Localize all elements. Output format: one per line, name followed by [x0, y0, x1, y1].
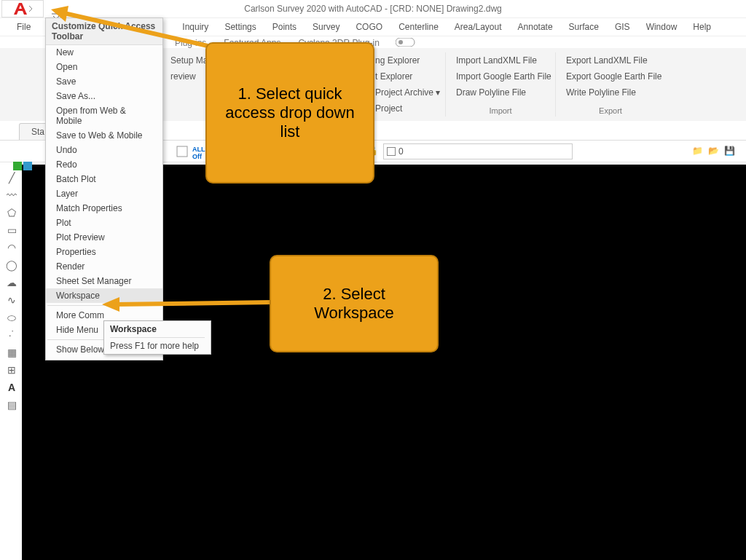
layer-alloff-icon[interactable]: ALLOff: [192, 146, 207, 157]
import-item-0[interactable]: Import LandXML File: [453, 52, 548, 68]
import-panel-label: Import: [446, 106, 555, 115]
qat-item-plot[interactable]: Plot: [46, 216, 162, 230]
spline-tool-icon[interactable]: ∿: [6, 294, 17, 306]
arc-tool-icon[interactable]: ◠: [6, 242, 17, 253]
svg-line-9: [115, 302, 273, 304]
import-item-1[interactable]: Import Google Earth File: [453, 68, 548, 84]
qat-item-properties[interactable]: Properties: [46, 245, 162, 259]
menu-settings[interactable]: Settings: [216, 18, 264, 36]
qat-item-sheetset[interactable]: Sheet Set Manager: [46, 274, 162, 288]
qat-item-save[interactable]: Save: [46, 74, 162, 89]
menu-cogo[interactable]: COGO: [348, 18, 390, 36]
circle-tool-icon[interactable]: ◯: [6, 259, 17, 271]
explorer-item-0[interactable]: ng Explorer: [372, 52, 438, 68]
qat-item-redo[interactable]: Redo: [46, 157, 162, 172]
explorer-item-3[interactable]: Project: [372, 100, 438, 117]
rect-tool-icon[interactable]: ▭: [6, 224, 17, 236]
explorer-item-2[interactable]: Project Archive ▾: [372, 84, 438, 100]
export-item-2[interactable]: Write Polyline File: [563, 84, 658, 100]
application-menu-button[interactable]: [1, 0, 44, 17]
ribbon-panel-explorer: ng Explorer t Explorer Project Archive ▾…: [365, 52, 446, 117]
workspace-tooltip: Workspace Press F1 for more help: [103, 320, 211, 355]
qat-item-saveweb[interactable]: Save to Web & Mobile: [46, 128, 162, 143]
menu-points[interactable]: Points: [264, 18, 305, 36]
qat-item-batchplot[interactable]: Batch Plot: [46, 172, 162, 186]
qat-item-open[interactable]: Open: [46, 60, 162, 74]
qat-item-layer[interactable]: Layer: [46, 186, 162, 201]
callout-1: 1. Select quick access drop down list: [205, 42, 374, 184]
callout-1-text: 1. Select quick access drop down list: [217, 84, 363, 141]
export-item-0[interactable]: Export LandXML File: [563, 52, 658, 68]
svg-line-7: [64, 13, 208, 46]
setup-item-a[interactable]: Setup Ma: [168, 52, 211, 68]
layer-combo[interactable]: 0: [383, 143, 573, 159]
ribbon-panel-import: Import LandXML File Import Google Earth …: [446, 52, 556, 117]
callout-2: 2. Select Workspace: [270, 255, 439, 352]
menu-help[interactable]: Help: [685, 18, 719, 36]
qat-item-matchprops[interactable]: Match Properties: [46, 201, 162, 216]
tooltip-title: Workspace: [110, 324, 205, 337]
svg-marker-8: [51, 6, 68, 22]
palette-icons: [13, 162, 32, 170]
open-folder-icon[interactable]: 📂: [708, 146, 720, 157]
folder-icon[interactable]: 📁: [692, 146, 704, 157]
menu-survey[interactable]: Survey: [305, 18, 348, 36]
qat-item-undo[interactable]: Undo: [46, 143, 162, 157]
hatch-tool-icon[interactable]: ▦: [6, 347, 17, 358]
ribbon-play-icon[interactable]: [390, 36, 423, 50]
polygon-tool-icon[interactable]: ⬠: [6, 207, 17, 218]
save-disk-icon[interactable]: 💾: [724, 146, 736, 157]
ribbon-panel-export: Export LandXML File Export Google Earth …: [556, 52, 665, 117]
menu-annotate[interactable]: Annotate: [510, 18, 561, 36]
import-item-2[interactable]: Draw Polyline File: [453, 84, 548, 100]
arrow-1-icon: [51, 6, 211, 50]
export-item-1[interactable]: Export Google Earth File: [563, 68, 658, 84]
tooltip-help: Press F1 for more help: [110, 337, 205, 351]
ellipse-tool-icon[interactable]: ⬭: [6, 312, 17, 323]
cloud-tool-icon[interactable]: ☁: [6, 277, 17, 288]
menu-window[interactable]: Window: [638, 18, 686, 36]
qat-item-plotpreview[interactable]: Plot Preview: [46, 230, 162, 245]
palette-blue-icon[interactable]: [23, 162, 32, 170]
qat-item-render[interactable]: Render: [46, 259, 162, 274]
export-panel-label: Export: [556, 106, 665, 115]
point-tool-icon[interactable]: ·˙: [6, 329, 17, 341]
polyline-tool-icon[interactable]: 〰: [6, 189, 17, 201]
left-toolbar: ╱ 〰 ⬠ ▭ ◠ ◯ ☁ ∿ ⬭ ·˙ ▦ ⊞ A ▤: [3, 165, 20, 560]
qat-item-openweb[interactable]: Open from Web & Mobile: [46, 103, 162, 128]
svg-rect-2: [396, 38, 415, 47]
palette-green-icon[interactable]: [13, 162, 22, 170]
table-tool-icon[interactable]: ▤: [6, 399, 17, 411]
arrow-2-icon: [102, 291, 277, 313]
text-tool-icon[interactable]: A: [6, 382, 17, 393]
setup-item-b[interactable]: review: [168, 68, 211, 84]
line-tool-icon[interactable]: ╱: [6, 172, 17, 184]
svg-marker-10: [102, 297, 119, 312]
menu-surface[interactable]: Surface: [561, 18, 607, 36]
callout-2-text: 2. Select Workspace: [281, 285, 427, 323]
grid-tool-icon[interactable]: ⊞: [6, 364, 17, 376]
menu-centerline[interactable]: Centerline: [390, 18, 447, 36]
menu-file[interactable]: File: [9, 18, 39, 36]
svg-rect-6: [177, 146, 187, 157]
svg-point-3: [398, 40, 403, 44]
window-title: Carlson Survey 2020 with AutoCAD - [CRD:…: [244, 4, 501, 14]
explorer-item-1[interactable]: t Explorer: [372, 68, 438, 84]
qat-item-saveas[interactable]: Save As...: [46, 89, 162, 103]
menu-arealayout[interactable]: Area/Layout: [447, 18, 510, 36]
menu-gis[interactable]: GIS: [607, 18, 638, 36]
color-swatch-icon[interactable]: [176, 146, 188, 157]
